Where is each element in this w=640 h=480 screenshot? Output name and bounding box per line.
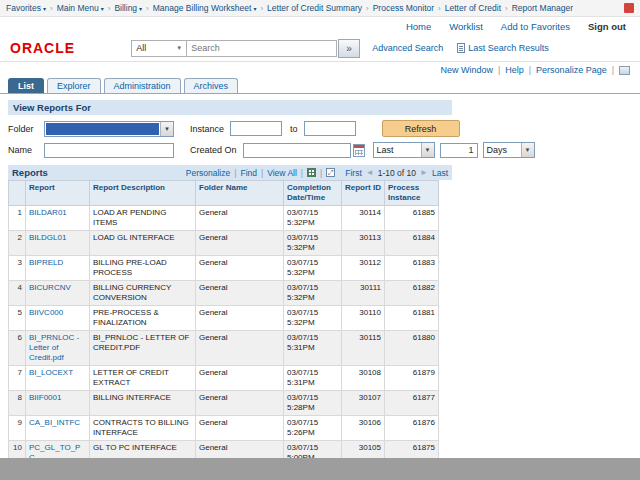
- breadcrumb-item-billing[interactable]: Billing▾: [114, 3, 142, 13]
- breadcrumb-label: Main Menu: [57, 3, 99, 13]
- name-input[interactable]: [44, 143, 174, 158]
- completion-datetime: 03/07/15 5:32PM: [284, 281, 342, 306]
- created-on-input[interactable]: [243, 143, 351, 158]
- notification-icon[interactable]: [624, 3, 634, 13]
- download-to-excel-icon[interactable]: [307, 168, 316, 177]
- instance-from-input[interactable]: [230, 121, 282, 136]
- tab-archives[interactable]: Archives: [184, 78, 239, 93]
- tab-administration[interactable]: Administration: [104, 78, 181, 93]
- table-row: 4BICURCNVBILLING CURRENCY CONVERSIONGene…: [9, 281, 439, 306]
- report-id: 30115: [342, 331, 385, 366]
- report-description: BILLING INTERFACE: [90, 391, 196, 416]
- process-instance: 61880: [385, 331, 439, 366]
- folder-name: General: [196, 306, 284, 331]
- completion-datetime: 03/07/15 5:32PM: [284, 256, 342, 281]
- col-row-number: [9, 181, 26, 206]
- report-id: 30108: [342, 366, 385, 391]
- report-id: 30110: [342, 306, 385, 331]
- days-count-input[interactable]: [440, 143, 478, 158]
- table-row: 9CA_BI_INTFCCONTRACTS TO BILLING INTERFA…: [9, 416, 439, 441]
- header-link-add-to-favorites[interactable]: Add to Favorites: [501, 21, 570, 32]
- folder-name: General: [196, 366, 284, 391]
- search-group: All ▼ » Advanced Search Last Search Resu…: [131, 39, 549, 58]
- breadcrumb-separator: ›: [438, 4, 441, 13]
- process-instance: 61883: [385, 256, 439, 281]
- report-description: BI_PRNLOC - LETTER OF CREDIT.PDF: [90, 331, 196, 366]
- col-process-instance: Process Instance: [385, 181, 439, 206]
- completion-datetime: 03/07/15 5:28PM: [284, 391, 342, 416]
- breadcrumb-label: Favorites: [6, 3, 41, 13]
- days-unit-select[interactable]: Days ▼: [483, 142, 535, 158]
- personalize-link[interactable]: Personalize: [186, 168, 230, 178]
- breadcrumb-item-letter-of-credit[interactable]: Letter of Credit: [445, 3, 501, 13]
- breadcrumb-separator: ›: [366, 4, 369, 13]
- tab-list[interactable]: List: [8, 78, 44, 93]
- breadcrumb-item-report-manager[interactable]: Report Manager: [512, 3, 573, 13]
- advanced-search-link[interactable]: Advanced Search: [372, 43, 443, 53]
- report-link[interactable]: BIPRELD: [29, 258, 63, 267]
- chevron-down-icon[interactable]: ▼: [421, 143, 434, 157]
- zoom-grid-icon[interactable]: ⤢: [326, 168, 335, 177]
- row-range: 1-10 of 10: [378, 168, 416, 178]
- breadcrumb-item-main-menu[interactable]: Main Menu▾: [57, 3, 104, 13]
- view-all-link[interactable]: View All: [267, 168, 297, 178]
- report-link[interactable]: BILDAR01: [29, 208, 67, 217]
- grid-toolbar: Personalize | Find | View All | | ⤢ Firs…: [186, 168, 448, 178]
- breadcrumb-label: Manage Billing Worksheet: [153, 3, 252, 13]
- date-range-select[interactable]: Last ▼: [373, 142, 435, 158]
- table-row: 7BI_LOCEXTLETTER OF CREDIT EXTRACTGenera…: [9, 366, 439, 391]
- report-link[interactable]: BI_LOCEXT: [29, 368, 73, 377]
- breadcrumb-item-letter-of-credit-summary[interactable]: Letter of Credit Summary: [267, 3, 362, 13]
- completion-datetime: 03/07/15 5:31PM: [284, 331, 342, 366]
- process-instance: 61879: [385, 366, 439, 391]
- chevron-down-icon: ▼: [176, 45, 182, 51]
- search-scope-value: All: [136, 43, 146, 53]
- folder-select[interactable]: ▼: [44, 121, 174, 137]
- page-links-bar: New Window|Help|Personalize Page |: [0, 62, 640, 76]
- report-link[interactable]: BI_PRNLOC - Letter of Credit.pdf: [29, 333, 79, 362]
- calendar-icon[interactable]: [353, 144, 365, 157]
- new-window-link[interactable]: New Window: [440, 65, 493, 75]
- first-link[interactable]: First: [345, 168, 362, 178]
- search-submit-button[interactable]: »: [338, 39, 360, 58]
- report-link[interactable]: CA_BI_INTFC: [29, 418, 80, 427]
- oracle-logo: ORACLE: [10, 40, 75, 56]
- instance-label: Instance: [190, 124, 224, 134]
- row-number: 1: [9, 206, 26, 231]
- breadcrumb-item-favorites[interactable]: Favorites▾: [6, 3, 46, 13]
- col-report: Report: [26, 181, 90, 206]
- refresh-button[interactable]: Refresh: [382, 120, 460, 137]
- search-scope-select[interactable]: All ▼: [131, 40, 187, 57]
- header-link-home[interactable]: Home: [406, 21, 431, 32]
- row-number: 8: [9, 391, 26, 416]
- chevron-down-icon[interactable]: ▼: [160, 122, 173, 136]
- report-link[interactable]: BICURCNV: [29, 283, 71, 292]
- folder-name: General: [196, 206, 284, 231]
- table-row: 8BIIF0001BILLING INTERFACEGeneral03/07/1…: [9, 391, 439, 416]
- instance-to-input[interactable]: [304, 121, 356, 136]
- personalize-page-link[interactable]: Personalize Page: [536, 65, 607, 75]
- window-footer-area: [0, 458, 640, 480]
- report-link[interactable]: BIIVC000: [29, 308, 63, 317]
- brand-bar: ORACLE All ▼ » Advanced Search Last Sear…: [0, 35, 640, 62]
- header-link-worklist[interactable]: Worklist: [449, 21, 483, 32]
- breadcrumb-item-manage-billing-worksheet[interactable]: Manage Billing Worksheet▾: [153, 3, 257, 13]
- search-input[interactable]: [187, 40, 337, 57]
- chevron-down-icon[interactable]: ▼: [521, 143, 534, 157]
- sign-out-link[interactable]: Sign out: [588, 21, 626, 32]
- report-link[interactable]: BILDGL01: [29, 233, 66, 242]
- selection-highlight: [46, 123, 159, 135]
- chevron-down-icon: ▾: [139, 5, 142, 12]
- breadcrumb-item-process-monitor[interactable]: Process Monitor: [373, 3, 434, 13]
- separator: |: [261, 168, 263, 178]
- report-link[interactable]: BIIF0001: [29, 393, 61, 402]
- last-link[interactable]: Last: [432, 168, 448, 178]
- tab-explorer[interactable]: Explorer: [47, 78, 101, 93]
- last-search-results-link[interactable]: Last Search Results: [457, 43, 549, 53]
- find-link[interactable]: Find: [240, 168, 257, 178]
- process-instance: 61876: [385, 416, 439, 441]
- personalize-page-icon[interactable]: [619, 66, 630, 75]
- to-label: to: [290, 124, 298, 134]
- help-link[interactable]: Help: [505, 65, 524, 75]
- separator: |: [612, 65, 614, 75]
